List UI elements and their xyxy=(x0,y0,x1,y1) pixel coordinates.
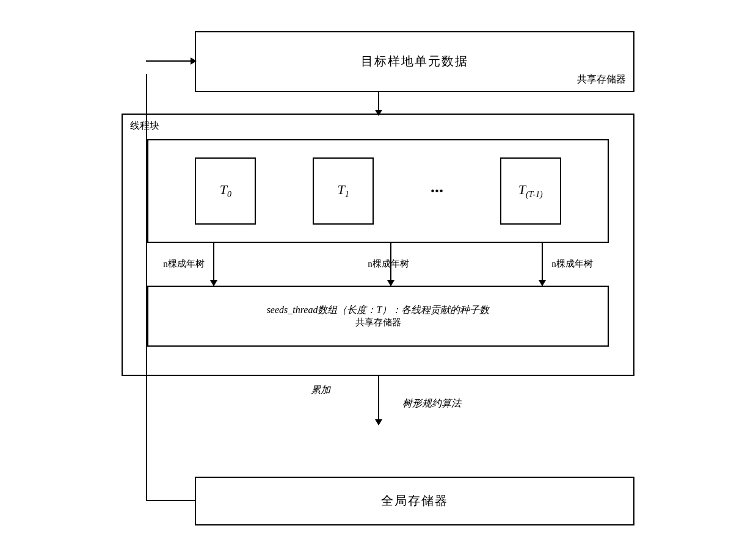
tree-algo-text: 树形规约算法 xyxy=(402,398,461,408)
arrow-sm-to-outer xyxy=(378,92,379,115)
tree-algo-label: 树形规约算法 xyxy=(402,397,461,410)
thread-box-t1: T1 xyxy=(313,157,374,225)
outer-box: 线程块 T0 T1 ··· T(T-1) n棵成年树 n棵成年树 xyxy=(122,114,634,376)
global-memory-title: 全局存储器 xyxy=(381,493,448,509)
leijia-text: 累加 xyxy=(311,385,330,395)
tree-label-right: n棵成年树 xyxy=(545,258,600,270)
thread-block-label: 线程块 xyxy=(130,120,159,132)
thread-t1-label: T1 xyxy=(338,182,349,200)
arrow-t0-to-seeds xyxy=(213,243,214,286)
return-arrow-bottom xyxy=(146,500,196,501)
arrow-t1-to-seeds xyxy=(390,243,391,286)
shared-memory-box: 目标样地单元数据 共享存储器 xyxy=(195,31,634,92)
arrow-seeds-to-global xyxy=(378,376,379,425)
return-arrow-top xyxy=(146,60,196,62)
seeds-line2: 共享存储器 xyxy=(355,317,401,328)
seeds-line1: seeds_thread数组（长度：T）：各线程贡献的种子数 xyxy=(267,304,490,317)
tree-label-right-text: n棵成年树 xyxy=(551,259,593,269)
seeds-box: seeds_thread数组（长度：T）：各线程贡献的种子数 共享存储器 xyxy=(147,286,609,347)
leijia-label: 累加 xyxy=(311,384,330,397)
tree-label-left: n棵成年树 xyxy=(156,258,211,270)
arrow-tn-to-seeds xyxy=(542,243,543,286)
shared-memory-title: 目标样地单元数据 xyxy=(361,53,468,70)
thread-dots: ··· xyxy=(431,181,443,201)
tree-label-mid: n棵成年树 xyxy=(361,258,416,270)
thread-box-tn: T(T-1) xyxy=(500,157,561,225)
thread-box-t0: T0 xyxy=(195,157,256,225)
thread-boxes: T0 T1 ··· T(T-1) xyxy=(148,140,608,242)
tree-label-mid-text: n棵成年树 xyxy=(368,259,409,269)
tree-label-left-text: n棵成年树 xyxy=(163,259,205,269)
diagram: 目标样地单元数据 共享存储器 线程块 T0 T1 ··· T(T-1) xyxy=(103,19,653,538)
thread-t0-label: T0 xyxy=(220,182,231,200)
thread-tn-label: T(T-1) xyxy=(518,182,543,200)
global-memory-box: 全局存储器 xyxy=(195,477,634,525)
thread-block-box: T0 T1 ··· T(T-1) xyxy=(147,139,609,243)
shared-memory-label: 共享存储器 xyxy=(577,73,626,86)
